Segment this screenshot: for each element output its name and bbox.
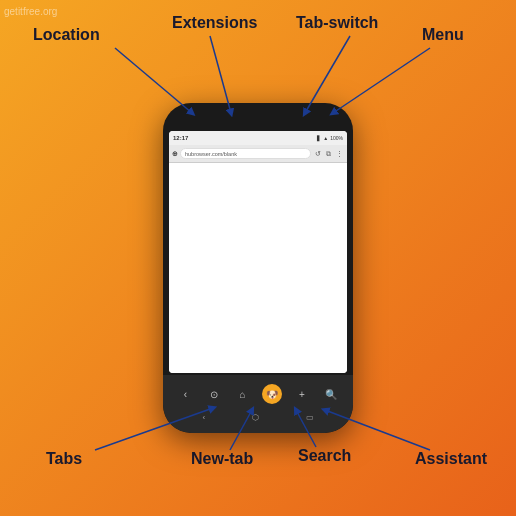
menu-button[interactable]: ⋮: [335, 149, 344, 158]
android-recents[interactable]: ▭: [306, 413, 314, 422]
home-icon[interactable]: ⌂: [234, 385, 252, 403]
status-bar: 12:17 ▋ ▲ 100%: [169, 131, 347, 145]
battery-icon: 100%: [330, 135, 343, 141]
assistant-icon[interactable]: 🔍: [322, 385, 340, 403]
browser-nav-row: ‹ ⊙ ⌂ 🐶 + 🔍: [163, 381, 353, 407]
search-icon[interactable]: +: [293, 385, 311, 403]
label-tabswitch: Tab-switch: [296, 14, 378, 32]
svg-line-3: [305, 36, 350, 113]
label-extensions: Extensions: [172, 14, 257, 32]
wifi-icon: ▲: [323, 135, 328, 141]
browser-actions: ↺ ⧉ ⋮: [313, 149, 344, 158]
label-search: Search: [298, 447, 351, 465]
back-icon[interactable]: ‹: [176, 385, 194, 403]
phone-body: 12:17 ▋ ▲ 100% ⊕ hubrowser.com/blank ↺ ⧉…: [163, 103, 353, 433]
newtab-button[interactable]: 🐶: [262, 384, 282, 404]
url-bar[interactable]: hubrowser.com/blank: [180, 148, 311, 159]
phone-screen: 12:17 ▋ ▲ 100% ⊕ hubrowser.com/blank ↺ ⧉…: [169, 131, 347, 373]
watermark: getitfree.org: [4, 6, 57, 17]
reload-button[interactable]: ↺: [313, 149, 322, 158]
android-nav: ‹ ⬡ ▭: [163, 407, 353, 427]
tabswitch-button[interactable]: ⧉: [324, 149, 333, 158]
label-newtab: New-tab: [191, 450, 253, 468]
label-assistant: Assistant: [415, 450, 487, 468]
label-menu: Menu: [422, 26, 464, 44]
url-text: hubrowser.com/blank: [185, 151, 237, 157]
status-time: 12:17: [173, 135, 188, 141]
browser-content: [169, 163, 347, 373]
phone-mockup: 12:17 ▋ ▲ 100% ⊕ hubrowser.com/blank ↺ ⧉…: [163, 103, 353, 433]
browser-toolbar: ⊕ hubrowser.com/blank ↺ ⧉ ⋮: [169, 145, 347, 163]
tabs-icon[interactable]: ⊙: [205, 385, 223, 403]
label-tabs: Tabs: [46, 450, 82, 468]
status-icons: ▋ ▲ 100%: [317, 135, 343, 141]
android-home[interactable]: ⬡: [252, 413, 259, 422]
label-location: Location: [33, 26, 100, 44]
bottom-bar: ‹ ⊙ ⌂ 🐶 + 🔍 ‹ ⬡ ▭: [163, 375, 353, 433]
signal-icon: ▋: [317, 135, 321, 141]
android-back[interactable]: ‹: [202, 413, 205, 422]
svg-line-2: [210, 36, 231, 113]
favicon-icon: ⊕: [172, 150, 178, 158]
